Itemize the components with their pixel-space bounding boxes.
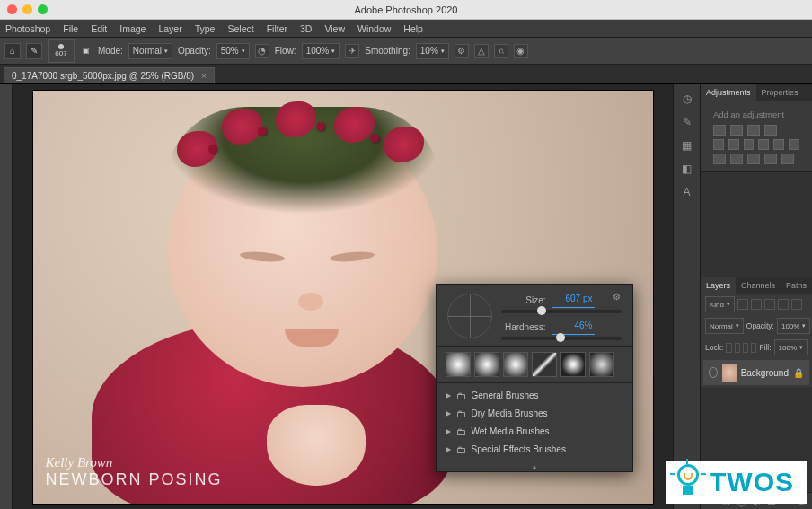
visibility-eye-icon[interactable]: [709, 367, 718, 378]
layer-fill-dropdown[interactable]: 100%: [774, 339, 808, 355]
threshold-icon[interactable]: [747, 154, 760, 164]
brush-angle-control[interactable]: [447, 294, 492, 338]
resize-grip-icon[interactable]: ▴: [437, 462, 632, 471]
swatches-panel-icon[interactable]: ▦: [678, 136, 696, 154]
character-panel-icon[interactable]: A: [678, 183, 696, 201]
vibrance-icon[interactable]: [713, 139, 724, 150]
channel-mixer-icon[interactable]: [789, 139, 799, 150]
filter-smart-icon[interactable]: [791, 299, 802, 310]
brightness-contrast-icon[interactable]: [713, 125, 726, 136]
curves-icon[interactable]: [747, 125, 760, 136]
brush-folder[interactable]: ▶🗀Special Effects Brushes: [437, 441, 632, 459]
lock-pixels-icon[interactable]: [735, 343, 740, 353]
toggle-brush-panel-icon[interactable]: ▣: [80, 45, 93, 57]
layer-row-background[interactable]: Background 🔒: [703, 360, 809, 385]
selective-color-icon[interactable]: [781, 154, 794, 164]
close-tab-icon[interactable]: ×: [201, 71, 207, 81]
layer-blend-dropdown[interactable]: Normal: [705, 318, 744, 334]
brush-popup-settings-icon[interactable]: ⚙: [613, 292, 625, 304]
hue-sat-icon[interactable]: [728, 139, 739, 150]
menu-layer[interactable]: Layer: [158, 23, 181, 34]
canvas-area[interactable]: Kelly Brown NEWBORN POSING Size: 607 px: [13, 84, 673, 509]
layer-filter-dropdown[interactable]: Kind: [705, 296, 735, 312]
paths-tab[interactable]: Paths: [781, 277, 812, 294]
exposure-icon[interactable]: [764, 125, 777, 136]
adjustments-tab[interactable]: Adjustments: [701, 84, 756, 101]
flow-dropdown[interactable]: 100%: [302, 43, 340, 59]
home-icon[interactable]: ⌂: [4, 43, 21, 59]
filter-shape-icon[interactable]: [778, 299, 789, 310]
tools-panel-collapsed[interactable]: [0, 84, 13, 509]
layer-opacity-dropdown[interactable]: 100%: [777, 318, 810, 334]
layer-thumbnail[interactable]: [722, 364, 737, 382]
brush-folder[interactable]: ▶🗀Dry Media Brushes: [437, 405, 632, 423]
pressure-size-icon[interactable]: ◉: [514, 44, 528, 58]
adjustments-panel-tabs: Adjustments Properties: [701, 84, 812, 101]
brush-size-readout: 607: [55, 49, 66, 57]
airbrush-icon[interactable]: ✈: [345, 44, 359, 58]
blend-mode-dropdown[interactable]: Normal: [128, 43, 172, 59]
bw-icon[interactable]: [758, 139, 769, 150]
opacity-dropdown[interactable]: 50%: [216, 43, 250, 59]
channels-tab[interactable]: Channels: [736, 277, 781, 294]
menu-filter[interactable]: Filter: [267, 23, 287, 34]
brush-preset[interactable]: [589, 352, 614, 377]
menu-image[interactable]: Image: [119, 23, 146, 34]
smoothing-dropdown[interactable]: 10%: [416, 43, 449, 59]
brush-folder[interactable]: ▶🗀General Brushes: [437, 387, 632, 405]
filter-adjust-icon[interactable]: [751, 299, 762, 310]
document-tab-label: 0_17A7000 srgb_5000px.jpg @ 25% (RGB/8): [12, 71, 194, 81]
history-panel-icon[interactable]: ◷: [678, 90, 696, 108]
filter-pixel-icon[interactable]: [737, 299, 748, 310]
size-value-input[interactable]: 607 px: [552, 294, 595, 308]
lock-transparency-icon[interactable]: [726, 343, 731, 353]
symmetry-icon[interactable]: ⎌: [494, 44, 508, 58]
brush-preset[interactable]: [474, 352, 499, 377]
lightbulb-icon: [674, 464, 702, 500]
photo-filter-icon[interactable]: [773, 139, 784, 150]
hardness-value-input[interactable]: 46%: [552, 320, 595, 335]
menu-window[interactable]: Window: [357, 23, 391, 34]
hardness-slider[interactable]: [501, 337, 622, 340]
gradient-map-icon[interactable]: [764, 154, 777, 164]
brush-tool-icon[interactable]: ✎: [26, 43, 42, 59]
brush-preset[interactable]: [532, 352, 557, 377]
filter-type-icon[interactable]: [764, 299, 775, 310]
brush-preset[interactable]: [560, 352, 586, 377]
document-tab[interactable]: 0_17A7000 srgb_5000px.jpg @ 25% (RGB/8) …: [4, 67, 215, 83]
layer-name-label[interactable]: Background: [741, 368, 789, 378]
menu-file[interactable]: File: [63, 23, 78, 34]
zoom-window-button[interactable]: [38, 4, 48, 14]
collapsed-panels-strip: ◷ ✎ ▦ ◧ A: [673, 84, 700, 509]
menu-help[interactable]: Help: [403, 23, 423, 34]
menu-view[interactable]: View: [324, 23, 345, 34]
layers-tab[interactable]: Layers: [701, 277, 736, 294]
close-window-button[interactable]: [7, 4, 17, 14]
size-slider[interactable]: [501, 310, 622, 313]
brush-preset-picker[interactable]: 607: [48, 39, 75, 63]
brush-folder[interactable]: ▶🗀Wet Media Brushes: [437, 423, 632, 441]
color-balance-icon[interactable]: [744, 139, 755, 150]
levels-icon[interactable]: [730, 125, 743, 136]
invert-icon[interactable]: [713, 154, 726, 164]
brush-preset[interactable]: [446, 352, 471, 377]
brush-preset[interactable]: [503, 352, 528, 377]
smoothing-options-icon[interactable]: ⚙: [455, 44, 469, 58]
adjustment-icons-row-2: [706, 137, 807, 152]
menu-edit[interactable]: Edit: [91, 23, 107, 34]
color-panel-icon[interactable]: ◧: [678, 160, 696, 178]
properties-tab[interactable]: Properties: [756, 84, 804, 101]
document-tab-bar: 0_17A7000 srgb_5000px.jpg @ 25% (RGB/8) …: [0, 65, 812, 84]
lock-position-icon[interactable]: [743, 343, 748, 353]
document-canvas[interactable]: Kelly Brown NEWBORN POSING Size: 607 px: [33, 91, 653, 504]
menu-photoshop[interactable]: Photoshop: [5, 23, 50, 34]
pressure-opacity-icon[interactable]: ◔: [255, 44, 269, 58]
brush-settings-panel-icon[interactable]: ✎: [678, 113, 696, 131]
posterize-icon[interactable]: [730, 154, 743, 164]
minimize-window-button[interactable]: [22, 4, 32, 14]
menu-select[interactable]: Select: [227, 23, 253, 34]
menu-3d[interactable]: 3D: [300, 23, 312, 34]
angle-icon[interactable]: △: [474, 44, 489, 58]
menu-type[interactable]: Type: [195, 23, 216, 34]
lock-all-icon[interactable]: [751, 343, 756, 353]
